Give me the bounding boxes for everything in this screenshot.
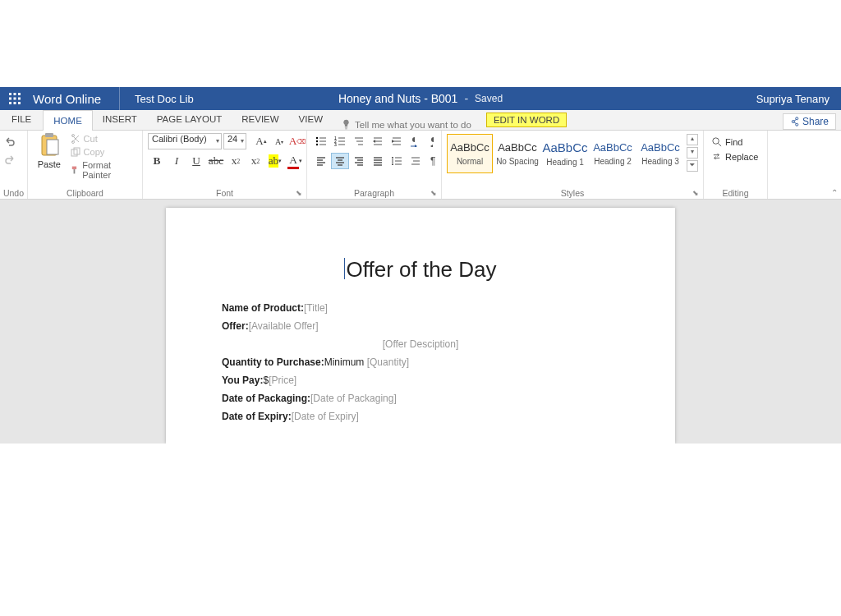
scissors-icon [71, 134, 80, 144]
svg-text:¶: ¶ [430, 155, 435, 167]
format-painter-button[interactable]: Format Painter [69, 159, 137, 181]
svg-rect-1 [14, 93, 16, 95]
special-indent-button[interactable] [407, 153, 425, 169]
collapse-ribbon-button[interactable]: ⌃ [831, 188, 838, 197]
tab-review[interactable]: REVIEW [232, 109, 288, 130]
paintbrush-icon [71, 165, 80, 175]
style-heading1[interactable]: AaBbCcHeading 1 [542, 134, 588, 173]
app-brand[interactable]: Word Online [30, 87, 120, 110]
lightbulb-icon [341, 119, 352, 130]
share-icon [790, 117, 800, 126]
italic-button[interactable]: I [168, 153, 186, 169]
underline-button[interactable]: U [187, 153, 205, 169]
svg-rect-3 [9, 98, 11, 100]
justify-button[interactable] [369, 153, 387, 169]
library-name[interactable]: Test Doc Lib [120, 93, 209, 105]
svg-point-12 [71, 141, 74, 144]
styles-down-button[interactable]: ▾ [687, 147, 698, 159]
group-label-clipboard: Clipboard [28, 188, 142, 198]
styles-more-button[interactable]: ⏷ [687, 160, 698, 172]
svg-point-18 [316, 144, 318, 145]
superscript-button[interactable]: x2 [246, 153, 264, 169]
multilevel-list-button[interactable] [350, 133, 368, 149]
app-launcher-icon[interactable] [0, 87, 30, 110]
styles-up-button[interactable]: ▴ [687, 134, 698, 145]
svg-point-23 [713, 138, 719, 144]
tell-me-search[interactable]: Tell me what you want to do [333, 119, 480, 130]
bold-button[interactable]: B [148, 153, 166, 169]
document-title: Honey and Nuts - B001 [338, 92, 458, 105]
svg-rect-10 [45, 133, 53, 137]
tab-page-layout[interactable]: PAGE LAYOUT [147, 109, 232, 130]
edit-in-word-button[interactable]: EDIT IN WORD [486, 113, 567, 127]
style-no-spacing[interactable]: AaBbCcNo Spacing [494, 134, 540, 173]
cut-button[interactable]: Cut [69, 133, 137, 145]
clear-formatting-button[interactable]: A⌫ [289, 133, 306, 149]
title-bar: Word Online Test Doc Lib Honey and Nuts … [0, 87, 841, 110]
ribbon: Undo Paste Cut Copy Format Painter Clipb… [0, 131, 841, 200]
svg-rect-6 [9, 102, 11, 104]
ltr-button[interactable] [407, 133, 425, 149]
save-status: Saved [475, 93, 503, 104]
font-dialog-launcher[interactable]: ⬊ [296, 189, 304, 197]
decrease-indent-button[interactable] [369, 133, 387, 149]
style-heading2[interactable]: AaBbCcHeading 2 [590, 134, 636, 173]
highlight-button[interactable]: ab▾ [266, 153, 284, 169]
svg-text:3: 3 [334, 142, 337, 147]
svg-rect-8 [18, 102, 21, 104]
tab-file[interactable]: FILE [0, 109, 43, 130]
numbering-button[interactable]: 123 [331, 133, 349, 149]
line-spacing-button[interactable] [388, 153, 406, 169]
bullets-button[interactable] [312, 133, 330, 149]
increase-indent-button[interactable] [388, 133, 406, 149]
page[interactable]: Offer of the Day Name of Product:[Title]… [166, 208, 675, 444]
group-label-undo: Undo [0, 188, 27, 198]
ribbon-tabs: FILE HOME INSERT PAGE LAYOUT REVIEW VIEW… [0, 110, 841, 131]
find-button[interactable]: Find [709, 136, 745, 148]
shrink-font-button[interactable]: A▾ [271, 133, 287, 149]
copy-icon [71, 147, 80, 157]
styles-dialog-launcher[interactable]: ⬊ [692, 189, 701, 197]
group-label-styles: Styles [442, 188, 703, 198]
document-heading[interactable]: Offer of the Day [222, 257, 619, 283]
svg-rect-4 [14, 98, 16, 100]
align-left-button[interactable] [312, 153, 330, 169]
share-button[interactable]: Share [783, 113, 836, 130]
group-label-font: Font [143, 188, 306, 198]
svg-rect-5 [18, 98, 21, 100]
svg-rect-2 [18, 93, 21, 95]
strikethrough-button[interactable]: abc [207, 153, 225, 169]
svg-rect-7 [14, 102, 16, 104]
font-size-select[interactable]: 24▾ [223, 133, 246, 149]
group-label-paragraph: Paragraph [307, 188, 441, 198]
paragraph-mark-button[interactable]: ¶ [425, 153, 443, 169]
svg-rect-11 [47, 140, 58, 154]
style-heading3[interactable]: AaBbCcHeading 3 [637, 134, 683, 173]
paragraph-dialog-launcher[interactable]: ⬊ [430, 189, 439, 197]
tab-home[interactable]: HOME [43, 110, 93, 131]
font-color-button[interactable]: A▾ [286, 153, 304, 169]
paste-button[interactable]: Paste [33, 133, 66, 169]
redo-icon[interactable] [3, 152, 16, 165]
user-name[interactable]: Supriya Tenany [756, 93, 841, 105]
font-name-select[interactable]: Calibri (Body)▾ [148, 133, 222, 149]
search-icon [711, 136, 722, 147]
svg-point-16 [316, 137, 318, 139]
svg-point-13 [71, 135, 74, 137]
tab-view[interactable]: VIEW [289, 109, 333, 130]
document-canvas[interactable]: Offer of the Day Name of Product:[Title]… [0, 200, 841, 444]
subscript-button[interactable]: x2 [227, 153, 245, 169]
undo-icon[interactable] [3, 134, 16, 147]
copy-button[interactable]: Copy [69, 146, 137, 158]
tab-insert[interactable]: INSERT [93, 109, 147, 130]
replace-icon [711, 151, 722, 162]
align-center-button[interactable] [331, 153, 349, 169]
svg-rect-0 [9, 93, 11, 95]
replace-button[interactable]: Replace [709, 150, 761, 163]
style-normal[interactable]: AaBbCcNormal [447, 134, 493, 173]
svg-point-17 [316, 140, 318, 142]
align-right-button[interactable] [350, 153, 368, 169]
rtl-button[interactable] [425, 133, 443, 149]
grow-font-button[interactable]: A▴ [253, 133, 269, 149]
group-label-editing: Editing [704, 188, 767, 198]
